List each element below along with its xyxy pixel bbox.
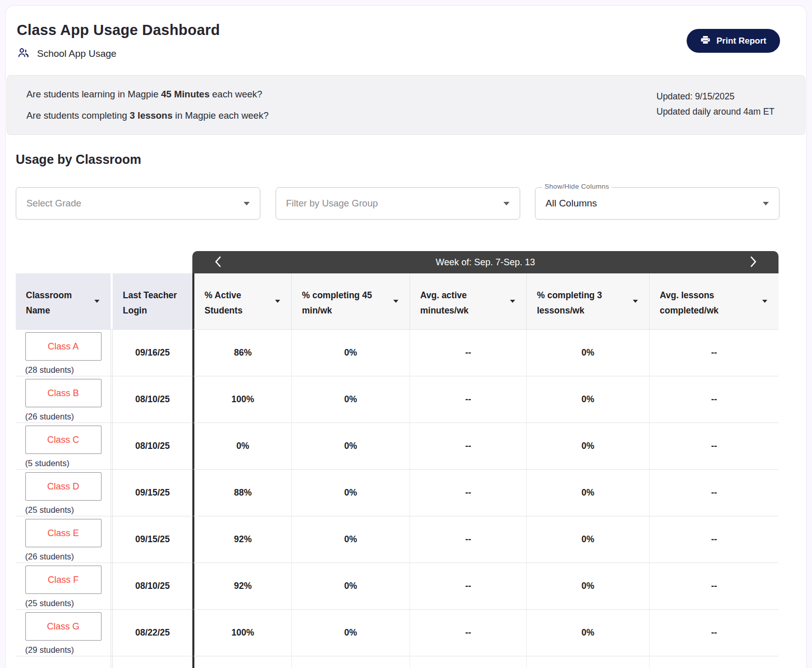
table-row: Class G(29 students)08/22/25100%0%--0%-- [16,609,779,656]
next-week-button[interactable] [738,251,768,273]
caret-down-icon[interactable] [94,300,99,303]
week-label: Week of: Sep. 7-Sep. 13 [436,257,535,268]
column-header-label: Last Teacher Login [123,288,177,318]
usage-group-select[interactable]: Filter by Usage Group [276,187,520,220]
classroom-cell: Class B(26 students) [16,376,111,423]
banner-questions: Are students learning in Magpie 45 Minut… [26,89,268,121]
value-cell: -- [410,469,526,516]
value-cell [192,656,291,668]
value-cell: 88% [192,469,291,516]
classroom-cell: Class C(5 students) [16,423,111,469]
value-cell: 0% [291,562,410,609]
last-login-cell: 09/16/25 [113,329,192,376]
value-cell [649,656,779,668]
column-header-0: Classroom Name [16,273,111,329]
last-login-cell: 09/15/25 [113,469,192,516]
value-cell: -- [649,376,779,423]
updated-date: Updated: 9/15/2025 [657,89,775,104]
caret-down-icon[interactable] [393,300,398,303]
caret-down-icon[interactable] [275,300,280,303]
dashboard-subtitle: School App Usage [37,48,116,59]
column-header-label: % completing 3 lessons/wk [537,288,602,318]
printer-icon [700,35,710,47]
table-row [16,656,779,668]
value-cell: -- [410,376,526,423]
column-header-label: % Active Students [205,288,243,318]
value-cell: -- [410,609,526,656]
column-header-label: % completing 45 min/wk [302,288,372,318]
top-bar: Class App Usage Dashboard School App Usa… [6,6,806,75]
classroom-link[interactable]: Class G [25,612,101,641]
classroom-cell-inner: Class A(28 students) [25,332,101,375]
print-report-button[interactable]: Print Report [687,29,780,53]
caret-down-icon [244,202,250,205]
table-row: Class A(28 students)09/16/2586%0%--0%-- [16,329,779,376]
show-hide-columns-label: Show/Hide Columns [542,183,612,190]
value-cell [410,656,526,668]
table-header-row: Classroom NameLast Teacher Login% Active… [16,273,779,329]
classroom-link[interactable]: Class E [25,519,101,547]
value-cell: 0% [526,469,649,516]
value-cell: -- [649,329,779,376]
usage-table: Week of: Sep. 7-Sep. 13 Classroom NameLa… [16,251,779,668]
classroom-link[interactable]: Class B [25,379,101,407]
column-header-5: % completing 3 lessons/wk [526,273,649,329]
previous-week-button[interactable] [202,251,233,273]
classroom-cell-inner: Class B(26 students) [25,379,101,421]
classroom-cell: Class G(29 students) [16,609,111,656]
value-cell: 92% [192,516,291,562]
classroom-cell: Class E(26 students) [16,516,111,562]
section-title: Usage by Classroom [16,152,806,167]
table-row: Class F(25 students)08/10/2592%0%--0%-- [16,562,779,609]
value-cell: -- [649,423,779,469]
classroom-link[interactable]: Class D [25,472,101,501]
classroom-cell: Class D(25 students) [16,469,111,516]
caret-down-icon[interactable] [762,300,767,303]
value-cell: -- [410,562,526,609]
value-cell: 100% [192,376,291,423]
usage-section: Usage by Classroom Select Grade Filter b… [6,135,806,668]
table-body: Class A(28 students)09/16/2586%0%--0%--C… [16,329,779,668]
table-row: Class D(25 students)09/15/2588%0%--0%-- [16,469,779,516]
column-header-label: Classroom Name [26,288,72,318]
column-header-1: Last Teacher Login [113,273,192,329]
value-cell: 0% [291,376,410,423]
value-cell: 0% [526,562,649,609]
show-hide-columns-value: All Columns [546,198,597,209]
value-cell: 0% [291,516,410,562]
week-navigation-bar: Week of: Sep. 7-Sep. 13 [192,251,779,273]
updated-note: Updated daily around 4am ET [657,104,775,119]
value-cell: 0% [526,516,649,562]
people-icon [17,47,30,61]
classroom-link[interactable]: Class C [25,426,101,454]
column-header-label: Avg. lessons completed/wk [660,288,719,318]
updated-block: Updated: 9/15/2025 Updated daily around … [657,89,775,121]
classroom-cell-inner: Class C(5 students) [25,426,101,468]
subtitle-row: School App Usage [17,47,220,61]
chevron-right-icon [750,256,757,269]
column-header-label: Avg. active minutes/wk [420,288,468,318]
value-cell [291,656,410,668]
student-count: (26 students) [25,552,101,561]
table-row: Class E(26 students)09/15/2592%0%--0%-- [16,516,779,562]
caret-down-icon[interactable] [633,300,638,303]
value-cell: 0% [291,423,410,469]
classroom-link[interactable]: Class A [25,332,101,361]
value-cell: 0% [192,423,291,469]
title-block: Class App Usage Dashboard School App Usa… [17,22,220,61]
filters-row: Select Grade Filter by Usage Group Show/… [16,187,780,220]
student-count: (5 students) [25,459,101,468]
table-row: Class C(5 students)08/10/250%0%--0%-- [16,423,779,469]
banner-question-1: Are students learning in Magpie 45 Minut… [26,89,268,100]
value-cell: 0% [291,609,410,656]
student-count: (25 students) [25,599,101,608]
student-count: (28 students) [25,365,101,375]
value-cell: 92% [192,562,291,609]
show-hide-columns-select[interactable]: Show/Hide Columns All Columns [535,187,780,220]
value-cell: -- [410,329,526,376]
caret-down-icon[interactable] [510,300,515,303]
grade-select[interactable]: Select Grade [16,187,260,220]
classroom-cell-inner: Class F(25 students) [25,566,101,608]
classroom-link[interactable]: Class F [25,566,101,594]
last-login-cell: 08/22/25 [113,609,192,656]
